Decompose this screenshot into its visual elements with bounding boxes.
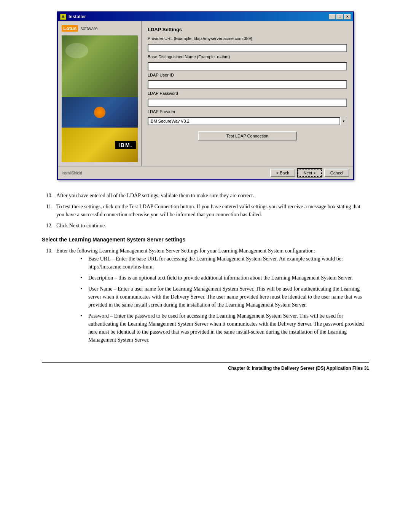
- bullet-text-1: Base URL – Enter the base URL for access…: [88, 255, 369, 271]
- cancel-button[interactable]: Cancel: [324, 169, 349, 177]
- lms-section-heading: Select the Learning Management System Se…: [42, 236, 369, 244]
- installer-footer: InstallShield < Back Next > Cancel: [58, 166, 353, 179]
- title-bar-controls: _ □ ✕: [329, 14, 351, 19]
- step-10-text: After you have entered all of the LDAP s…: [56, 192, 254, 200]
- ldap-provider-label: LDAP Provider: [148, 109, 347, 114]
- next-button[interactable]: Next >: [298, 169, 322, 177]
- lotus-logo: Lotus software: [62, 25, 98, 32]
- dropdown-arrow-icon[interactable]: ▼: [340, 117, 347, 125]
- bottom-image: IBM.: [62, 128, 138, 162]
- user-id-input[interactable]: [148, 80, 347, 89]
- ibm-logo: IBM.: [115, 141, 136, 149]
- orange-circle-decoration: [94, 107, 105, 118]
- left-panel: Lotus software IBM.: [58, 21, 142, 166]
- bullet-item-3: User Name – Enter a user name for the Le…: [72, 285, 369, 309]
- installer-window: ⊞ Installer _ □ ✕ Lotus software IBM.: [57, 11, 354, 180]
- step-11-text: To test these settings, click on the Tes…: [56, 203, 369, 219]
- bullet-item-4: Password – Enter the password to be used…: [72, 312, 369, 344]
- nav-buttons: < Back Next > Cancel: [270, 169, 349, 177]
- bullet-item-1: Base URL – Enter the base URL for access…: [72, 255, 369, 271]
- right-panel: LDAP Settings Provider URL (Example: lda…: [142, 21, 353, 166]
- test-ldap-button[interactable]: Test LDAP Connection: [198, 131, 297, 141]
- left-images: IBM.: [62, 35, 138, 162]
- step-10: After you have entered all of the LDAP s…: [42, 192, 369, 200]
- step-13-content: Enter the following Learning Management …: [56, 247, 369, 347]
- step-11: To test these settings, click on the Tes…: [42, 203, 369, 219]
- window-title: Installer: [68, 14, 86, 19]
- title-bar: ⊞ Installer _ □ ✕: [58, 12, 353, 21]
- ldap-settings-title: LDAP Settings: [148, 27, 347, 32]
- installshield-label: InstallShield: [62, 171, 82, 175]
- step-13: Enter the following Learning Management …: [42, 247, 369, 347]
- password-label: LDAP Password: [148, 91, 347, 96]
- ldap-provider-value[interactable]: IBM SecureWay V3.2: [148, 117, 340, 125]
- lotus-brand: Lotus: [62, 25, 78, 32]
- installer-icon: ⊞: [60, 14, 66, 20]
- base-dn-label: Base Distinguished Name (Example: o=ibm): [148, 54, 347, 59]
- bullet-text-4: Password – Enter the password to be used…: [88, 312, 369, 344]
- step-13-intro: Enter the following Learning Management …: [56, 248, 315, 254]
- page-footer: Chapter 8: Installing the Delivery Serve…: [42, 362, 369, 372]
- back-button[interactable]: < Back: [270, 169, 295, 177]
- middle-image: [62, 97, 138, 128]
- provider-url-label: Provider URL (Example: ldap://myserver.a…: [148, 36, 347, 41]
- installer-body: Lotus software IBM. LDAP Settings Provid…: [58, 21, 353, 166]
- user-id-label: LDAP User ID: [148, 73, 347, 77]
- restore-button[interactable]: □: [336, 14, 343, 19]
- title-bar-left: ⊞ Installer: [60, 14, 86, 20]
- ldap-provider-dropdown-wrapper: IBM SecureWay V3.2 ▼: [148, 117, 347, 125]
- bullet-text-3: User Name – Enter a user name for the Le…: [88, 285, 369, 309]
- close-button[interactable]: ✕: [344, 14, 351, 19]
- lotus-software-label: software: [80, 26, 97, 31]
- top-image: [62, 35, 138, 97]
- provider-url-input[interactable]: [148, 44, 347, 52]
- step-12: Click Next to continue.: [42, 222, 369, 230]
- document-content: After you have entered all of the LDAP s…: [42, 192, 369, 372]
- bullet-list: Base URL – Enter the base URL for access…: [56, 255, 369, 344]
- minimize-button[interactable]: _: [329, 14, 336, 19]
- bullet-text-2: Description – this is an optional text f…: [88, 274, 353, 282]
- steps-list: After you have entered all of the LDAP s…: [42, 192, 369, 230]
- bullet-item-2: Description – this is an optional text f…: [72, 274, 369, 282]
- base-dn-input[interactable]: [148, 62, 347, 70]
- password-input[interactable]: [148, 99, 347, 107]
- steps-list-2: Enter the following Learning Management …: [42, 247, 369, 347]
- step-12-text: Click Next to continue.: [56, 222, 106, 230]
